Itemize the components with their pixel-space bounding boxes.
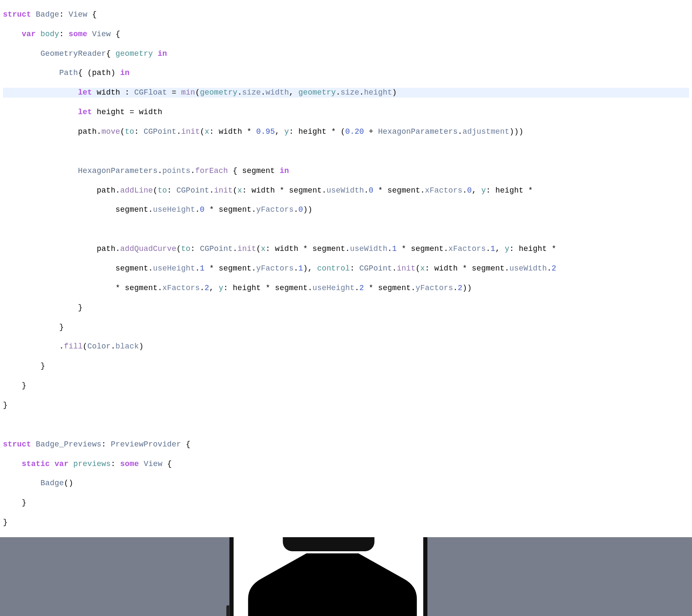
code-line: }	[3, 381, 689, 391]
code-line: }	[3, 361, 689, 371]
code-line: Path{ (path) in	[3, 68, 689, 78]
code-line	[3, 147, 689, 156]
code-line: GeometryReader{ geometry in	[3, 49, 689, 59]
code-line: segment.useHeight.0 * segment.yFactors.0…	[3, 205, 689, 215]
code-line	[3, 420, 689, 430]
code-line: }	[3, 303, 689, 313]
code-line	[3, 225, 689, 234]
code-line: .fill(Color.black)	[3, 342, 689, 351]
code-line: Badge()	[3, 478, 689, 488]
badge-hexagon-shape	[239, 553, 426, 616]
code-line: }	[3, 400, 689, 410]
code-line: * segment.xFactors.2, y: height * segmen…	[3, 283, 689, 293]
code-line-highlighted: let width : CGFloat = min(geometry.size.…	[3, 88, 689, 98]
iphone-simulator	[229, 537, 430, 616]
code-line: struct Badge: View {	[3, 10, 689, 20]
phone-screen	[229, 537, 427, 616]
code-line: segment.useHeight.1 * segment.yFactors.1…	[3, 264, 689, 273]
code-line: }	[3, 498, 689, 508]
code-line: HexagonParameters.points.forEach { segme…	[3, 166, 689, 176]
code-line: path.addQuadCurve(to: CGPoint.init(x: wi…	[3, 244, 689, 254]
preview-canvas[interactable]: CSDN @Serendipity·y	[0, 537, 692, 616]
code-line: path.move(to: CGPoint.init(x: width * 0.…	[3, 127, 689, 137]
code-line: }	[3, 518, 689, 527]
code-line: let height = width	[3, 107, 689, 117]
code-line: struct Badge_Previews: PreviewProvider {	[3, 440, 689, 449]
code-line: }	[3, 322, 689, 332]
code-line: path.addLine(to: CGPoint.init(x: width *…	[3, 186, 689, 196]
code-line: static var previews: some View {	[3, 459, 689, 469]
code-editor[interactable]: struct Badge: View { var body: some View…	[0, 0, 692, 537]
phone-notch	[283, 537, 374, 551]
phone-button-silent	[226, 605, 229, 616]
code-line: var body: some View {	[3, 29, 689, 39]
